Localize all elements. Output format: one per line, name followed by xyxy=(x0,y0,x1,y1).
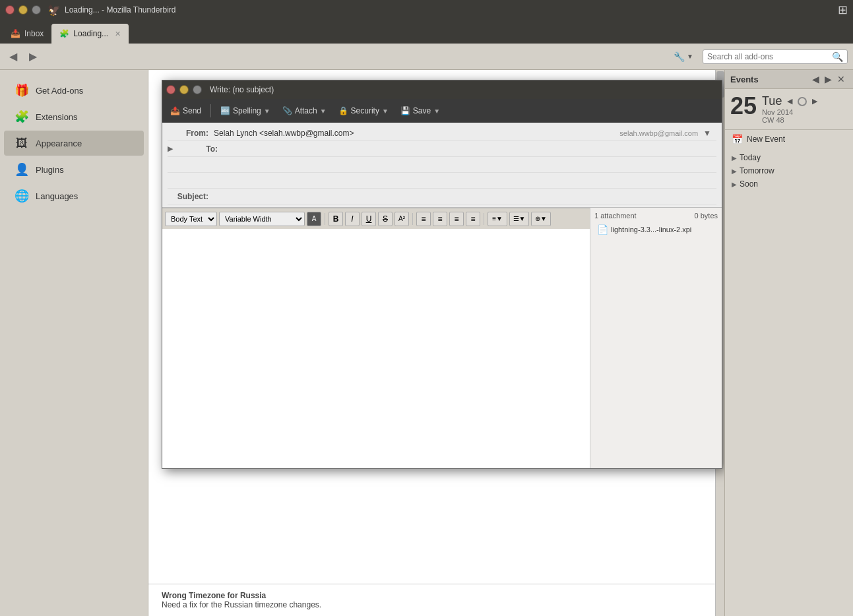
subject-input[interactable] xyxy=(214,192,716,201)
list-dropdown-btn[interactable]: ☰▼ xyxy=(509,212,529,226)
attachment-header: 1 attachment 0 bytes xyxy=(594,212,718,220)
from-dropdown-icon[interactable]: ▼ xyxy=(698,129,716,138)
window-title: Loading... - Mozilla Thunderbird xyxy=(65,5,176,15)
events-close-btn[interactable]: ✕ xyxy=(835,74,848,84)
align-dropdown-btn[interactable]: ≡▼ xyxy=(488,212,507,226)
to-expand-icon[interactable]: ▶ xyxy=(168,144,173,153)
sidebar-item-get-addons-label: Get Add-ons xyxy=(36,86,83,96)
forward-button[interactable]: ▶ xyxy=(25,49,41,64)
underline-btn[interactable]: U xyxy=(362,212,376,226)
spelling-button[interactable]: 🔤 Spelling ▼ xyxy=(215,104,276,117)
sidebar-item-plugins[interactable]: 👤 Plugins xyxy=(4,157,144,182)
events-next-btn[interactable]: ▶ xyxy=(822,74,835,84)
spelling-dropdown-icon: ▼ xyxy=(264,108,270,115)
tools-button[interactable]: 🔧 ▼ xyxy=(668,50,699,63)
spelling-icon: 🔤 xyxy=(220,106,230,115)
maximize-button[interactable] xyxy=(32,5,41,15)
font-color-btn[interactable]: A xyxy=(307,212,321,226)
cal-next-btn[interactable]: ▶ xyxy=(809,97,820,106)
titlebar: 🦅 Loading... - Mozilla Thunderbird ⊞ xyxy=(0,0,853,20)
security-icon: 🔒 xyxy=(338,106,348,115)
send-button[interactable]: 📤 Send xyxy=(165,104,206,117)
to-label: To: xyxy=(177,144,223,154)
cc-input[interactable] xyxy=(219,160,716,169)
bold-btn[interactable]: B xyxy=(329,212,343,226)
extensions-icon: 🧩 xyxy=(15,109,29,124)
security-button[interactable]: 🔒 Security ▼ xyxy=(333,104,394,117)
indent-btn[interactable]: ≡ xyxy=(416,212,431,226)
date-cw: CW 48 xyxy=(762,116,820,124)
bottom-title: Wrong Timezone for Russia xyxy=(162,591,702,600)
back-button[interactable]: ◀ xyxy=(5,49,21,64)
bcc-input[interactable] xyxy=(219,176,716,185)
format-sep-1 xyxy=(325,213,325,225)
tab-close-icon[interactable]: ✕ xyxy=(115,30,121,38)
sidebar-item-extensions-label: Extensions xyxy=(36,112,78,122)
strikethrough-btn[interactable]: S xyxy=(378,212,393,226)
events-panel: Events ◀ ▶ ✕ 25 Tue ◀ ▶ Nov 2014 CW 48 📅… xyxy=(724,70,853,616)
cc-row xyxy=(168,157,716,173)
sidebar-item-languages[interactable]: 🌐 Languages xyxy=(4,183,144,208)
get-addons-icon: 🎁 xyxy=(15,83,29,98)
titlebar-controls xyxy=(5,5,41,15)
navbar: ◀ ▶ 🔧 ▼ 🔍 xyxy=(0,44,853,70)
insert-dropdown-btn[interactable]: ⊕▼ xyxy=(531,212,551,226)
events-prev-btn[interactable]: ◀ xyxy=(809,74,822,84)
content-area: 📅 Lightning 3.3.1 by Mozilla Calendar Pr… xyxy=(148,70,724,616)
compose-max-btn[interactable] xyxy=(193,85,202,94)
from-value: Selah Lynch <selah.wwbp@gmail.com> xyxy=(214,129,617,138)
compose-body: Body Text Variable Width A B I U S A² xyxy=(162,208,722,468)
search-input[interactable] xyxy=(707,52,832,61)
outdent-btn[interactable]: ≡ xyxy=(433,212,447,226)
sidebar-item-extensions[interactable]: 🧩 Extensions xyxy=(4,104,144,129)
tomorrow-expand-icon: ▶ xyxy=(732,168,737,175)
tab-loading[interactable]: 🧩 Loading... ✕ xyxy=(51,24,129,44)
save-icon: 💾 xyxy=(400,106,410,115)
font-select[interactable]: Variable Width xyxy=(219,212,305,226)
search-icon[interactable]: 🔍 xyxy=(832,51,843,62)
tab-inbox[interactable]: 📥 Inbox xyxy=(3,24,51,44)
security-label: Security xyxy=(351,106,379,115)
sidebar-item-appearance[interactable]: 🖼 Appearance xyxy=(4,131,144,156)
compose-close-btn[interactable] xyxy=(166,85,175,94)
tabbar: 📥 Inbox 🧩 Loading... ✕ xyxy=(0,20,853,44)
new-event-button[interactable]: 📅 New Event xyxy=(725,130,853,148)
cal-prev-btn[interactable]: ◀ xyxy=(784,97,795,106)
attachment-item[interactable]: 📄 lightning-3.3...-linux-2.xpi xyxy=(594,222,718,237)
save-button[interactable]: 💾 Save ▼ xyxy=(395,104,445,117)
today-circle-icon[interactable] xyxy=(798,97,807,106)
style-select[interactable]: Body Text xyxy=(165,212,217,226)
sidebar-item-get-addons[interactable]: 🎁 Get Add-ons xyxy=(4,78,144,103)
italic-btn[interactable]: I xyxy=(345,212,360,226)
close-button[interactable] xyxy=(5,5,15,15)
event-group-today[interactable]: ▶ Today xyxy=(729,151,849,164)
attach-button[interactable]: 📎 Attach ▼ xyxy=(277,104,332,117)
minimize-button[interactable] xyxy=(18,5,28,15)
main-layout: 🎁 Get Add-ons 🧩 Extensions 🖼 Appearance … xyxy=(0,70,853,616)
event-group-soon[interactable]: ▶ Soon xyxy=(729,177,849,191)
bcc-row xyxy=(168,173,716,189)
today-expand-icon: ▶ xyxy=(732,154,737,162)
calendar-date: 25 Tue ◀ ▶ Nov 2014 CW 48 xyxy=(725,89,853,130)
superscript-btn[interactable]: A² xyxy=(395,212,409,226)
attachment-filename: lightning-3.3...-linux-2.xpi xyxy=(611,226,691,233)
align-center-btn[interactable]: ≡ xyxy=(466,212,480,226)
align-left-btn[interactable]: ≡ xyxy=(449,212,464,226)
editor-area[interactable] xyxy=(162,229,590,468)
event-group-tomorrow[interactable]: ▶ Tomorrow xyxy=(729,164,849,177)
subject-label: Subject: xyxy=(168,192,214,201)
events-title: Events xyxy=(730,75,809,84)
to-input[interactable] xyxy=(223,144,716,154)
attach-dropdown-icon: ▼ xyxy=(320,108,327,115)
compose-min-btn[interactable] xyxy=(179,85,189,94)
compose-titlebar: Write: (no subject) xyxy=(162,80,722,99)
event-groups: ▶ Today ▶ Tomorrow ▶ Soon xyxy=(725,148,853,193)
compose-title: Write: (no subject) xyxy=(210,85,274,94)
attach-label: Attach xyxy=(295,106,317,115)
send-label: Send xyxy=(183,106,201,115)
grid-icon[interactable]: ⊞ xyxy=(838,3,848,17)
back-icon: ◀ xyxy=(9,51,17,62)
sidebar: 🎁 Get Add-ons 🧩 Extensions 🖼 Appearance … xyxy=(0,70,148,616)
inbox-icon: 📥 xyxy=(11,29,20,38)
sidebar-item-plugins-label: Plugins xyxy=(36,165,64,175)
